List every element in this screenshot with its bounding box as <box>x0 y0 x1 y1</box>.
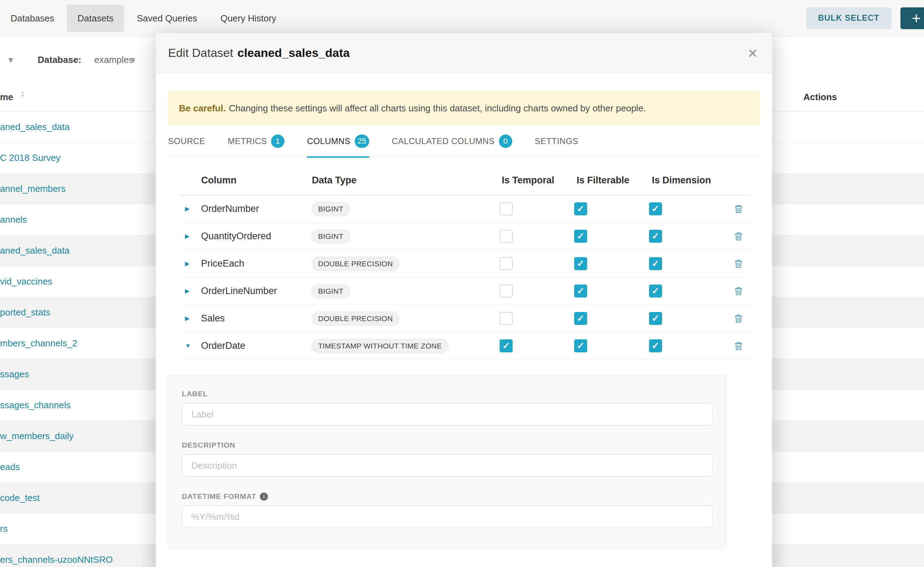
actions-column-header: Actions <box>804 82 837 112</box>
column-name: OrderNumber <box>201 203 311 214</box>
is-temporal-checkbox[interactable] <box>500 285 513 297</box>
nav-item-query-history[interactable]: Query History <box>210 4 287 32</box>
tab-settings[interactable]: SETTINGS <box>535 125 578 158</box>
warning-banner-text: Changing these settings will affect all … <box>229 103 646 114</box>
is-filterable-checkbox[interactable]: ✓ <box>574 230 587 243</box>
top-nav: Databases Datasets Saved Queries Query H… <box>0 0 924 36</box>
datetime-format-input[interactable] <box>182 506 712 528</box>
is-dimension-checkbox[interactable]: ✓ <box>649 312 662 325</box>
dataset-link[interactable]: code_test <box>0 492 40 503</box>
dataset-link[interactable]: ers_channels-uzooNNtSRO <box>0 554 113 565</box>
database-filter-label: Database: <box>38 49 81 70</box>
caret-right-icon[interactable]: ▶ <box>180 232 201 240</box>
is-temporal-checkbox[interactable] <box>500 257 513 270</box>
is-filterable-checkbox[interactable]: ✓ <box>574 285 587 297</box>
trash-icon[interactable] <box>734 341 743 351</box>
column-row: ▶ OrderNumber BIGINT ✓ ✓ <box>180 195 750 223</box>
description-input[interactable] <box>182 454 712 477</box>
trash-icon[interactable] <box>734 314 743 324</box>
is-dimension-checkbox[interactable]: ✓ <box>649 339 662 352</box>
dataset-link[interactable]: ported_stats <box>0 307 50 318</box>
label-field-group: LABEL <box>182 390 712 425</box>
nav-item-databases[interactable]: Databases <box>0 4 65 32</box>
is-dimension-checkbox[interactable]: ✓ <box>649 230 662 243</box>
dataset-link[interactable]: annel_members <box>0 183 65 194</box>
database-filter-value[interactable]: examples <box>94 49 133 70</box>
modal-title: Edit Dataset <box>168 46 233 60</box>
columns-count-badge: 25 <box>355 135 369 148</box>
is-temporal-checkbox[interactable] <box>500 202 513 215</box>
dataset-link[interactable]: C 2018 Survey <box>0 153 60 164</box>
data-type-pill: BIGINT <box>311 229 351 244</box>
dataset-link[interactable]: w_members_daily <box>0 431 74 442</box>
label-input[interactable] <box>182 403 712 425</box>
is-filterable-checkbox[interactable]: ✓ <box>574 202 587 215</box>
database-filter-caret-icon[interactable]: ▾ <box>131 49 135 70</box>
dataset-link[interactable]: vid_vaccines <box>0 276 53 287</box>
caret-right-icon[interactable]: ▶ <box>180 205 201 213</box>
dataset-link[interactable]: aned_sales_data <box>0 122 69 132</box>
description-field-group: DESCRIPTION <box>182 441 712 477</box>
nav-item-saved-queries[interactable]: Saved Queries <box>126 4 208 32</box>
dropdown-caret-icon[interactable]: ▾ <box>8 49 13 70</box>
dataset-link[interactable]: annels <box>0 214 27 225</box>
tab-source[interactable]: SOURCE <box>168 125 205 158</box>
is-temporal-checkbox[interactable] <box>500 230 513 243</box>
modal-title-dataset-name: cleaned_sales_data <box>237 46 349 60</box>
column-row-expanded: ▼ OrderDate TIMESTAMP WITHOUT TIME ZONE … <box>180 332 750 360</box>
datetime-format-field-group: DATETIME FORMAT i <box>182 492 712 528</box>
is-temporal-header: Is Temporal <box>502 175 576 186</box>
dataset-link[interactable]: ssages <box>0 369 29 380</box>
dataset-link[interactable]: aned_sales_data <box>0 245 69 256</box>
caret-down-icon[interactable]: ▼ <box>180 342 201 350</box>
nav-actions: BULK SELECT + <box>806 8 924 29</box>
is-filterable-header: Is Filterable <box>576 175 652 186</box>
tab-metrics[interactable]: METRICS 1 <box>228 125 285 158</box>
is-temporal-checkbox[interactable] <box>500 312 513 325</box>
tab-source-label: SOURCE <box>168 136 205 146</box>
is-filterable-checkbox[interactable]: ✓ <box>574 257 587 270</box>
close-icon[interactable]: × <box>748 45 757 61</box>
column-name: Sales <box>201 313 311 324</box>
is-dimension-checkbox[interactable]: ✓ <box>649 285 662 297</box>
trash-icon[interactable] <box>734 258 743 269</box>
dataset-link[interactable]: eads <box>0 462 20 472</box>
is-dimension-checkbox[interactable]: ✓ <box>649 202 662 215</box>
warning-banner-title: Be careful. <box>179 103 226 114</box>
dataset-link[interactable]: ssages_channels <box>0 400 71 411</box>
caret-right-icon[interactable]: ▶ <box>180 260 201 267</box>
warning-banner: Be careful. Changing these settings will… <box>168 92 760 125</box>
add-dataset-button[interactable]: + <box>900 8 924 29</box>
dataset-link[interactable]: rs <box>0 524 8 534</box>
caret-right-icon[interactable]: ▶ <box>180 287 201 295</box>
trash-icon[interactable] <box>734 231 743 242</box>
is-temporal-checkbox[interactable]: ✓ <box>500 339 513 352</box>
caret-right-icon[interactable]: ▶ <box>180 315 201 322</box>
is-filterable-checkbox[interactable]: ✓ <box>574 339 587 352</box>
sort-icon[interactable]: ▲ ▼ <box>20 90 25 98</box>
description-field-label: DESCRIPTION <box>182 441 235 449</box>
data-type-header: Data Type <box>312 175 502 186</box>
column-row: ▶ OrderLineNumber BIGINT ✓ ✓ <box>180 278 750 305</box>
column-detail-panel: LABEL DESCRIPTION DATETIME FORMAT i <box>168 375 726 549</box>
data-type-pill: BIGINT <box>311 202 351 216</box>
is-filterable-checkbox[interactable]: ✓ <box>574 312 587 325</box>
data-type-pill: DOUBLE PRECISION <box>311 256 400 271</box>
trash-icon[interactable] <box>734 204 743 214</box>
column-row: ▶ PriceEach DOUBLE PRECISION ✓ ✓ <box>180 250 750 278</box>
label-field-label: LABEL <box>182 390 208 398</box>
info-icon[interactable]: i <box>260 492 268 501</box>
trash-icon[interactable] <box>734 286 743 296</box>
is-dimension-checkbox[interactable]: ✓ <box>649 257 662 270</box>
tab-calculated-columns-label: CALCULATED COLUMNS <box>392 136 495 146</box>
app-root: Databases Datasets Saved Queries Query H… <box>0 0 924 567</box>
modal-body: Be careful. Changing these settings will… <box>156 92 772 549</box>
bulk-select-button[interactable]: BULK SELECT <box>806 8 891 29</box>
nav-item-datasets[interactable]: Datasets <box>67 4 124 32</box>
name-column-header[interactable]: me <box>0 82 14 112</box>
tab-columns[interactable]: COLUMNS 25 <box>307 125 369 158</box>
tab-calculated-columns[interactable]: CALCULATED COLUMNS 0 <box>392 125 512 158</box>
edit-dataset-modal: Edit Dataset cleaned_sales_data × Be car… <box>156 33 772 567</box>
dataset-link[interactable]: mbers_channels_2 <box>0 338 77 349</box>
column-row: ▶ QuantityOrdered BIGINT ✓ ✓ <box>180 223 750 250</box>
